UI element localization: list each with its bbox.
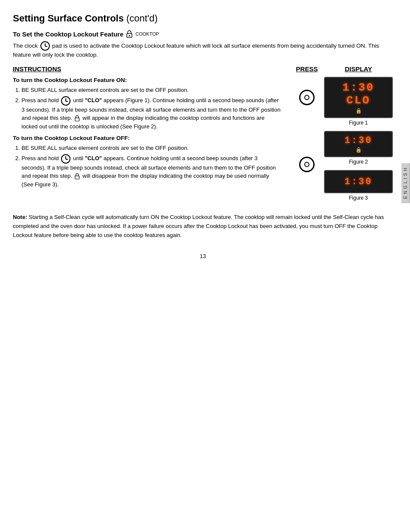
display-lock-figure2: 🔒 [355, 147, 362, 153]
lock-icon [126, 30, 133, 38]
off-steps: BE SURE ALL surface element controls are… [13, 144, 281, 188]
clock-icon-on [61, 96, 70, 106]
lock-icon-inline-off [74, 173, 80, 179]
clock-icon-inline [40, 41, 50, 51]
clock-icon-off [61, 154, 70, 164]
intro-prefix: The clock [13, 43, 38, 49]
display-lock-figure1: 🔒 [355, 108, 362, 114]
side-tab: E N G L I S H [401, 163, 410, 203]
press-column: PRESS [290, 65, 324, 172]
figure1-label: Figure 1 [324, 120, 393, 126]
title-main: Setting Surface Controls [13, 13, 124, 24]
svg-point-1 [129, 35, 130, 36]
display-panel-figure3: 1:30 [324, 170, 393, 193]
note-section: Note: Starting a Self-Clean cycle will a… [13, 213, 393, 240]
off-section-title: To turn the Cooktop Lockout Feature OFF: [13, 135, 281, 141]
svg-rect-2 [75, 118, 80, 121]
display-column: DISPLAY 1:30 CLO 🔒 Figure 1 1:30 🔒 Figur… [324, 65, 393, 206]
figure3-label: Figure 3 [324, 195, 393, 201]
display-header: DISPLAY [324, 65, 393, 73]
columns-wrapper: INSTRUCTIONS To turn the Cooktop Lockout… [13, 65, 393, 206]
press-icon-on [290, 90, 324, 105]
display-panel-figure2: 1:30 🔒 [324, 131, 393, 157]
on-step1-text: BE SURE ALL surface element controls are… [21, 87, 189, 93]
off-step1-text: BE SURE ALL surface element controls are… [21, 145, 189, 151]
intro-body: pad is used to activate the Cooktop Lock… [13, 43, 379, 58]
side-tab-text: E N G L I S H [403, 167, 408, 199]
title-contd: (cont'd) [126, 13, 158, 24]
on-step-1: BE SURE ALL surface element controls are… [21, 86, 281, 94]
press-inner-off [304, 162, 309, 167]
press-circle-on [299, 90, 315, 105]
display-panel-figure1: 1:30 CLO 🔒 [324, 77, 393, 118]
off-step2-body: Press and hold until "CLO" appears. Cont… [21, 155, 276, 188]
off-step-2: Press and hold until "CLO" appears. Cont… [21, 154, 281, 189]
instructions-header: INSTRUCTIONS [13, 65, 281, 73]
section-header-text: To Set the Cooktop Lockout Feature [13, 30, 123, 38]
press-header: PRESS [290, 65, 324, 73]
page-number: 13 [13, 253, 393, 259]
instructions-column: INSTRUCTIONS To turn the Cooktop Lockout… [13, 65, 290, 193]
section-header: To Set the Cooktop Lockout Feature Cookt… [13, 30, 393, 38]
cooktop-label: Cooktop [135, 31, 159, 36]
press-inner-on [304, 95, 309, 100]
display-text-figure1: 1:30 CLO [329, 81, 388, 107]
on-section-title: To turn the Cooktop Lockout Feature ON: [13, 77, 281, 83]
press-icon-off [290, 157, 324, 172]
display-text-figure3: 1:30 [345, 176, 373, 187]
note-bold: Note: [13, 214, 27, 220]
intro-text: The clock pad is used to activate the Co… [13, 41, 393, 59]
on-step2-body: Press and hold until "CLO" appears (Figu… [21, 97, 281, 130]
figure2-label: Figure 2 [324, 159, 393, 165]
svg-rect-3 [75, 176, 80, 179]
note-text: Starting a Self-Clean cycle will automat… [13, 214, 384, 238]
off-step-1: BE SURE ALL surface element controls are… [21, 144, 281, 152]
press-circle-off [299, 157, 315, 172]
display-text-figure2: 1:30 [345, 135, 373, 146]
lock-icon-inline-on [74, 115, 80, 122]
on-steps: BE SURE ALL surface element controls are… [13, 86, 281, 131]
page-title: Setting Surface Controls (cont'd) [13, 13, 393, 24]
on-step-2: Press and hold until "CLO" appears (Figu… [21, 96, 281, 131]
